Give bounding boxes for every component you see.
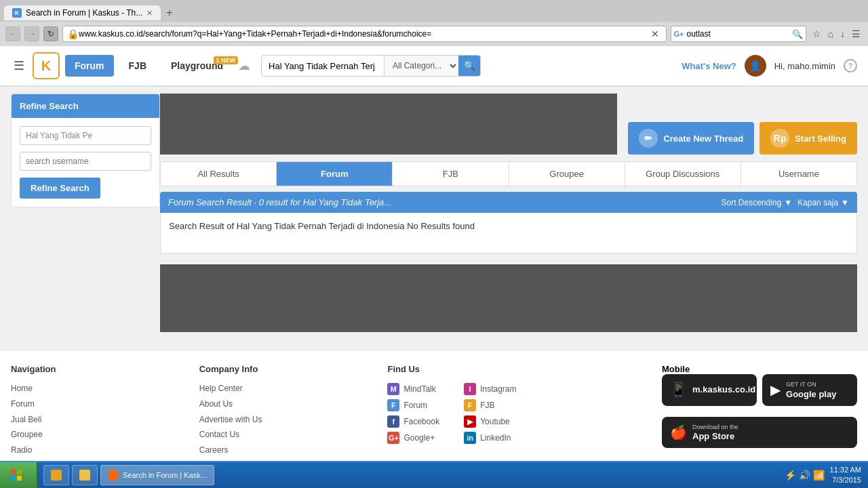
social-fjb[interactable]: F FJB [464,397,516,413]
app-store-button[interactable]: 🍎 Download on the App Store [662,417,857,449]
system-clock: 11:32 AM 7/3/2015 [830,465,861,486]
tab-all-results[interactable]: All Results [161,162,277,186]
taskbar-items: Search in Forum | Kask... [38,465,778,485]
footer-link-helpcenter[interactable]: Help Center [199,381,372,396]
footer-link-aboutus[interactable]: About Us [199,396,372,412]
result-query: Hal Yang Tidak Terja... [303,197,391,207]
kaskus-logo[interactable]: K [33,52,60,79]
footer-link-jualbeli[interactable]: Jual Beli [11,412,183,428]
nav-fjb[interactable]: FJB [119,55,156,77]
social-gplus[interactable]: G+ Google+ [387,430,439,446]
mindtalk-icon: M [387,383,399,395]
cloud-icon[interactable]: ☁ [238,58,250,73]
header-right: What's New? 👤 Hi, maho.mimin ? [682,55,857,77]
time-chevron-icon: ▼ [841,198,849,207]
menu-button[interactable]: ☰ [850,28,863,39]
google-play-icon: ▶ [770,382,781,398]
taskbar-item-folder[interactable] [72,465,98,485]
clock-date: 7/3/2015 [830,475,861,485]
refine-query-input[interactable] [20,126,151,145]
footer-link-groupee[interactable]: Groupee [11,427,183,443]
refine-search-button[interactable]: Refine Search [20,178,100,199]
sort-chevron-icon: ▼ [784,198,792,207]
gplus-icon: G+ [387,432,399,444]
footer-link-careers[interactable]: Careers [199,443,372,458]
taskbar-item-firefox[interactable]: Search in Forum | Kask... [100,465,214,485]
top-ad-banner [160,94,617,155]
result-controls: Sort Descending ▼ Kapan saja ▼ [721,198,849,207]
tab-close-button[interactable]: ✕ [146,9,153,18]
phone-icon: 📱 [670,382,687,398]
hamburger-menu-button[interactable]: ☰ [11,56,27,76]
time-control[interactable]: Kapan saja ▼ [797,198,849,207]
google-icon: G+ [674,30,684,38]
result-subtitle: · 0 result for [254,197,302,207]
site-search-button[interactable]: 🔍 [458,55,480,77]
footer-link-forum[interactable]: Forum [11,396,183,412]
category-select[interactable]: All Categori... [384,55,458,77]
tab-forum[interactable]: Forum [277,162,393,186]
start-selling-button[interactable]: Rp Start Selling [760,122,857,155]
user-avatar[interactable]: 👤 [745,55,766,77]
svg-rect-1 [17,470,22,474]
social-mindtalk[interactable]: M MindTalk [387,381,439,397]
browser-search-input[interactable] [687,29,792,39]
refine-header: Refine Search [12,94,159,118]
new-tab-button[interactable]: + [161,7,178,19]
search-tabs: All Results Forum FJB Groupee Group Disc… [160,161,857,186]
clock-time: 11:32 AM [830,465,861,475]
taskbar: Search in Forum | Kask... ⚡ 🔊 📶 11:32 AM… [0,461,868,488]
forward-button[interactable]: → [24,26,39,41]
tray-icon-1: ⚡ [785,470,796,481]
tab-group-discussions[interactable]: Group Discussions [625,162,741,186]
home-button[interactable]: ⌂ [826,28,835,39]
footer-link-contact[interactable]: Contact Us [199,427,372,443]
kaskus-mobile-button[interactable]: 📱 m.kaskus.co.id [662,374,757,406]
no-result-text: Search Result of Hal Yang Tidak Pernah T… [169,221,848,231]
nav-playground-wrapper: Playground 1 NEW [161,60,233,71]
footer-link-advertise[interactable]: Advertise with Us [199,412,372,428]
whats-new-link[interactable]: What's New? [682,61,736,71]
rp-icon: Rp [770,129,789,148]
footer-company-title: Company Info [199,364,372,374]
tab-groupee[interactable]: Groupee [509,162,625,186]
help-icon[interactable]: ? [844,59,857,73]
footer-mobile-title: Mobile [662,364,857,374]
site-header: ☰ K Forum FJB Playground 1 NEW ☁ All Cat… [0,46,868,87]
footer-link-radio[interactable]: Radio [11,443,183,458]
social-forum[interactable]: F Forum [387,397,439,413]
search-username-input[interactable] [20,152,151,171]
sort-control[interactable]: Sort Descending ▼ [721,198,792,207]
nav-forum[interactable]: Forum [65,55,114,77]
fjb-icon: F [464,399,476,411]
start-button[interactable] [0,462,38,488]
social-youtube[interactable]: ▶ Youtube [464,413,516,430]
refresh-button[interactable]: ↻ [43,26,58,41]
left-panel: Refine Search Refine Search [11,94,160,343]
taskbar-item-explorer[interactable] [43,465,69,485]
social-facebook[interactable]: f Facebook [387,413,439,430]
svg-rect-2 [11,476,16,481]
linkedin-icon: in [464,432,476,444]
site-search-input[interactable] [262,61,384,71]
apple-icon: 🍎 [670,424,687,441]
footer-link-home[interactable]: Home [11,381,183,396]
google-play-button[interactable]: ▶ GET IT ON Google play [762,374,857,406]
address-bar[interactable]: 🔒 ✕ [62,26,667,42]
back-button[interactable]: ← [5,26,20,41]
footer-nav-title: Navigation [11,364,183,374]
explorer-icon [51,470,62,481]
social-linkedin[interactable]: in LinkedIn [464,430,516,446]
download-button[interactable]: ↓ [838,28,847,39]
tab-fjb[interactable]: FJB [393,162,509,186]
create-thread-button[interactable]: ✏ Create New Thread [628,122,754,155]
address-input[interactable] [79,29,648,39]
page-refresh-icon[interactable]: ✕ [648,28,662,39]
mid-ad-banner [160,264,857,332]
footer-findus-title: Find Us [387,364,646,374]
social-instagram[interactable]: I Instagram [464,381,516,397]
tab-username[interactable]: Username [741,162,856,186]
browser-tab[interactable]: K Search in Forum | Kaskus - Th... ✕ [4,5,161,20]
browser-search-bar[interactable]: G+ 🔍 [671,26,806,42]
bookmark-star-button[interactable]: ☆ [810,28,823,39]
